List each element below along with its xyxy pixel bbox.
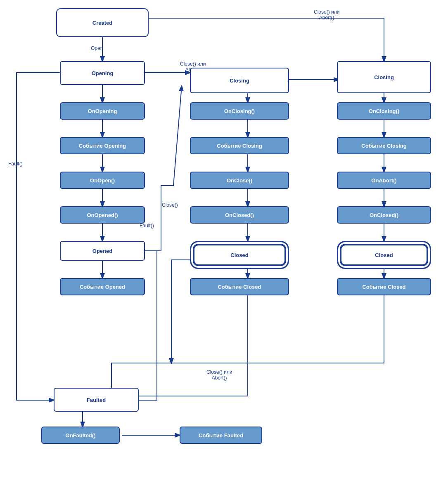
on-closed1-box: OnClosed(): [190, 206, 289, 224]
sobytie-closed1-box: Событие Closed: [190, 278, 289, 295]
on-open-box: OnOpen(): [60, 172, 145, 189]
sobytie-closing2-box: Событие Closing: [337, 137, 431, 154]
closed2-box: Closed: [337, 241, 431, 269]
on-faulted-box: OnFaulted(): [41, 427, 120, 444]
label-closeAbort3: Close() илиAbort(): [206, 369, 232, 381]
state-diagram: Open Fault() Fault() Close() Close() или…: [0, 0, 448, 481]
label-fault1: Fault(): [8, 161, 23, 167]
label-open: Open: [91, 45, 103, 51]
sobytie-opened-box: Событие Opened: [60, 278, 145, 295]
closing1-box: Closing: [190, 68, 289, 93]
sobytie-closing1-box: Событие Closing: [190, 137, 289, 154]
sobytie-faulted-box: Событие Faulted: [180, 427, 262, 444]
opening-box: Opening: [60, 61, 145, 85]
on-opened-box: OnOpened(): [60, 206, 145, 224]
on-closed2-box: OnClosed(): [337, 206, 431, 224]
on-abort-box: OnAbort(): [337, 172, 431, 189]
on-close1-box: OnClose(): [190, 172, 289, 189]
created-box: Created: [56, 8, 149, 37]
faulted-box: Faulted: [54, 388, 139, 412]
sobytie-closed2-box: Событие Closed: [337, 278, 431, 295]
closing2-box: Closing: [337, 61, 431, 93]
closed1-box: Closed: [190, 241, 289, 269]
on-opening-box: OnOpening: [60, 102, 145, 120]
opened-box: Opened: [60, 241, 145, 261]
on-closing2-box: OnClosing(): [337, 102, 431, 120]
label-closeAbort1: Close() илиAbort(): [314, 9, 339, 21]
label-close: Close(): [162, 202, 178, 208]
label-fault2: Fault(): [140, 223, 154, 229]
on-closing1-box: OnClosing(): [190, 102, 289, 120]
sobytie-opening-box: Событие Opening: [60, 137, 145, 154]
